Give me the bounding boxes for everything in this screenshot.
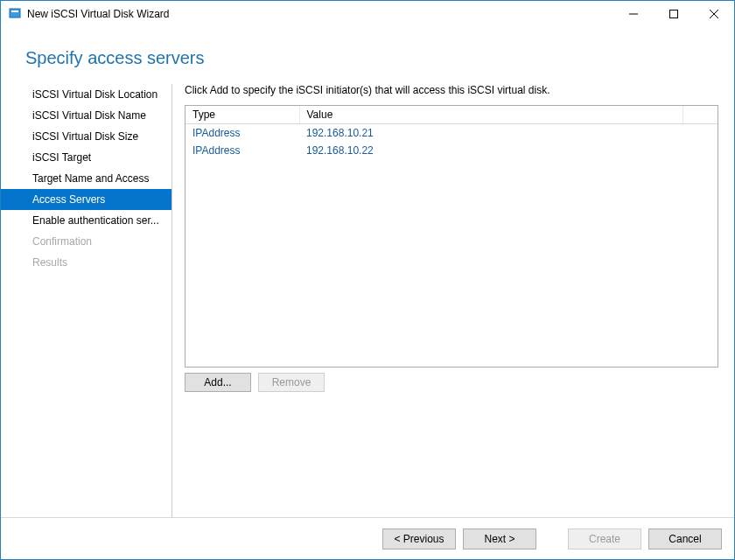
table-row[interactable]: IPAddress192.168.10.21	[186, 124, 718, 143]
maximize-button[interactable]	[654, 1, 694, 27]
table-row[interactable]: IPAddress192.168.10.22	[186, 142, 718, 159]
initiators-grid[interactable]: Type Value IPAddress192.168.10.21IPAddre…	[185, 105, 718, 368]
remove-button[interactable]: Remove	[258, 373, 325, 392]
add-button[interactable]: Add...	[185, 373, 251, 392]
titlebar: New iSCSI Virtual Disk Wizard	[1, 1, 734, 27]
sidebar-item-1[interactable]: iSCSI Virtual Disk Name	[1, 105, 172, 126]
instruction-text: Click Add to specify the iSCSI initiator…	[185, 84, 718, 105]
cell-value: 192.168.10.21	[299, 124, 682, 143]
create-button[interactable]: Create	[568, 528, 641, 550]
sidebar-item-3[interactable]: iSCSI Target	[1, 147, 172, 168]
sidebar: iSCSI Virtual Disk LocationiSCSI Virtual…	[1, 84, 172, 517]
sidebar-item-0[interactable]: iSCSI Virtual Disk Location	[1, 84, 172, 105]
previous-button[interactable]: < Previous	[382, 528, 456, 550]
minimize-button[interactable]	[613, 1, 654, 27]
sidebar-item-7: Confirmation	[1, 231, 172, 252]
cell-value: 192.168.10.22	[299, 142, 682, 159]
wizard-window: New iSCSI Virtual Disk Wizard Specify ac…	[0, 0, 735, 560]
sidebar-item-2[interactable]: iSCSI Virtual Disk Size	[1, 126, 172, 147]
column-header-type[interactable]: Type	[186, 106, 299, 124]
footer: < Previous Next > Create Cancel	[1, 517, 734, 559]
sidebar-item-4[interactable]: Target Name and Access	[1, 168, 172, 189]
main-panel: Click Add to specify the iSCSI initiator…	[172, 84, 734, 517]
grid-buttons: Add... Remove	[185, 373, 718, 392]
body: iSCSI Virtual Disk LocationiSCSI Virtual…	[1, 84, 734, 517]
cancel-button[interactable]: Cancel	[648, 528, 722, 550]
close-button[interactable]	[694, 1, 734, 27]
svg-rect-1	[11, 10, 18, 12]
sidebar-item-8: Results	[1, 252, 172, 273]
svg-rect-3	[670, 10, 678, 18]
window-title: New iSCSI Virtual Disk Wizard	[27, 8, 169, 20]
column-header-value[interactable]: Value	[299, 106, 682, 124]
svg-rect-0	[10, 9, 20, 18]
cell-type: IPAddress	[186, 142, 299, 159]
app-icon	[8, 7, 22, 21]
next-button[interactable]: Next >	[463, 528, 536, 550]
column-header-spacer	[682, 106, 718, 124]
sidebar-item-6[interactable]: Enable authentication ser...	[1, 210, 172, 231]
sidebar-item-5[interactable]: Access Servers	[1, 189, 172, 210]
header: Specify access servers	[1, 27, 734, 84]
cell-type: IPAddress	[186, 124, 299, 143]
page-title: Specify access servers	[25, 48, 710, 68]
